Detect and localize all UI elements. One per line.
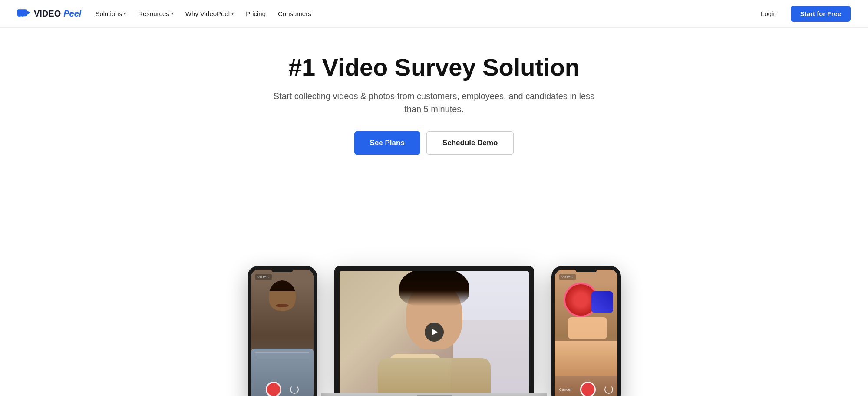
logo[interactable]: VIDEOPeel	[17, 8, 81, 20]
hair-illustration	[399, 271, 469, 306]
phone-notch-left	[271, 270, 293, 272]
laptop-base	[321, 393, 547, 396]
nav-right: Login Start for Free	[754, 6, 851, 22]
svg-rect-3	[22, 16, 24, 17]
logo-video: VIDEO	[34, 9, 61, 19]
phone-top-ui-right: VIDEO	[559, 274, 613, 280]
svg-rect-2	[18, 16, 21, 17]
hero-buttons: See Plans Schedule Demo	[354, 131, 514, 155]
play-button[interactable]	[425, 323, 444, 342]
laptop-screen-wrapper	[334, 266, 534, 393]
hero-subtitle: Start collecting videos & photos from cu…	[274, 90, 595, 116]
nav-items: Solutions ▾ Resources ▾ Why VideoPeel ▾ …	[95, 10, 311, 17]
nav-item-solutions[interactable]: Solutions ▾	[95, 10, 126, 17]
laptop-screen	[340, 271, 529, 393]
refresh-icon-right	[604, 385, 613, 394]
svg-rect-0	[17, 9, 27, 16]
laptop	[313, 266, 556, 396]
start-for-free-button[interactable]: Start for Free	[791, 6, 851, 22]
hero-section: #1 Video Survey Solution Start collectin…	[0, 28, 868, 396]
refresh-icon-left	[290, 385, 299, 394]
nav-item-pricing[interactable]: Pricing	[246, 10, 266, 17]
svg-marker-1	[27, 10, 30, 15]
record-button-left[interactable]	[266, 382, 281, 396]
phone-left: VIDEO	[248, 266, 317, 396]
record-button-right[interactable]	[580, 382, 596, 396]
table-illustration	[451, 320, 529, 393]
see-plans-button[interactable]: See Plans	[354, 131, 420, 155]
hero-title: #1 Video Survey Solution	[288, 54, 580, 81]
cancel-label: Cancel	[559, 387, 571, 392]
phone-frame-left: VIDEO	[248, 266, 317, 396]
navbar: VIDEOPeel Solutions ▾ Resources ▾ Why Vi…	[0, 0, 868, 28]
laptop-notch	[417, 395, 452, 396]
nav-item-resources[interactable]: Resources ▾	[138, 10, 173, 17]
nav-item-whyvideopeel[interactable]: Why VideoPeel ▾	[185, 10, 234, 17]
phone-right: VIDEO Cancel	[551, 266, 621, 396]
phone-screen-left: VIDEO	[251, 270, 314, 396]
phone-screen-right: VIDEO Cancel	[555, 270, 617, 396]
phone-bottom-ui-left	[251, 382, 314, 396]
logo-icon	[17, 8, 31, 20]
chevron-down-icon: ▾	[124, 11, 126, 16]
phone-notch-right	[575, 270, 597, 272]
schedule-demo-button[interactable]: Schedule Demo	[426, 131, 514, 155]
person-illustration-left	[251, 270, 314, 396]
phone-frame-right: VIDEO Cancel	[551, 266, 621, 396]
devices-container: VIDEO	[239, 179, 630, 396]
phone-top-ui-left: VIDEO	[255, 274, 309, 280]
nav-left: VIDEOPeel Solutions ▾ Resources ▾ Why Vi…	[17, 8, 311, 20]
phone-label-left: VIDEO	[255, 274, 272, 280]
nav-item-consumers[interactable]: Consumers	[278, 10, 311, 17]
play-triangle-icon	[432, 329, 438, 336]
chevron-down-icon: ▾	[171, 11, 173, 16]
logo-peel: Peel	[63, 9, 81, 19]
person-illustration-right	[555, 270, 617, 396]
phone-bottom-ui-right: Cancel	[555, 382, 617, 396]
phone-label-right: VIDEO	[559, 274, 576, 280]
login-button[interactable]: Login	[754, 7, 784, 21]
chevron-down-icon: ▾	[231, 11, 234, 16]
